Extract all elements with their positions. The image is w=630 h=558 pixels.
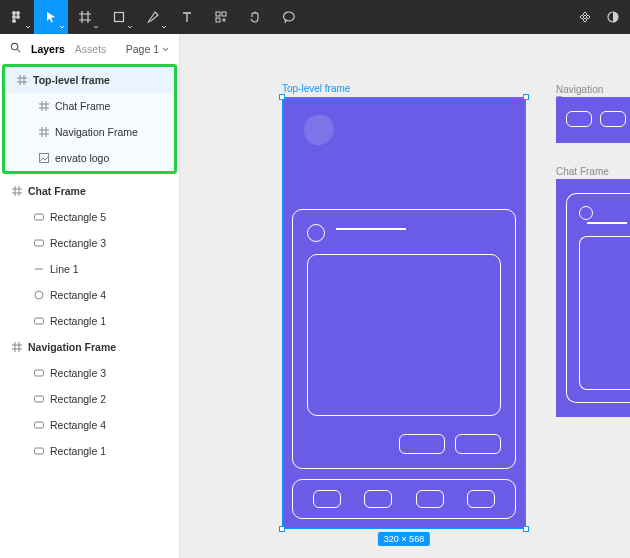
svg-rect-18 (35, 422, 44, 428)
pointer-icon (44, 10, 58, 24)
svg-rect-13 (35, 240, 44, 246)
layer-label: Rectangle 1 (50, 315, 106, 327)
button-rect (455, 434, 501, 454)
layer-row[interactable]: Line 1 (0, 256, 179, 282)
top-level-frame[interactable] (282, 97, 526, 529)
toolbar-left (0, 0, 306, 34)
frame-icon (39, 101, 49, 111)
avatar-circle (579, 206, 593, 220)
rect-icon (34, 420, 44, 430)
selection-handle[interactable] (279, 526, 285, 532)
figma-logo-icon (10, 10, 24, 24)
layer-row[interactable]: Rectangle 5 (0, 204, 179, 230)
layer-row[interactable]: Navigation Frame (5, 119, 174, 145)
page-selector[interactable]: Page 1 (126, 43, 169, 55)
navigation-frame-thumb[interactable] (556, 97, 630, 143)
layer-label: Chat Frame (55, 100, 110, 112)
layer-row[interactable]: Top-level frame (5, 67, 174, 93)
layer-label: Rectangle 3 (50, 237, 106, 249)
rect-icon (34, 212, 44, 222)
toolbar-right (578, 10, 620, 24)
svg-rect-17 (35, 396, 44, 402)
selection-handle[interactable] (523, 94, 529, 100)
selection-handle[interactable] (279, 94, 285, 100)
layer-row[interactable]: Rectangle 2 (0, 386, 179, 412)
chevron-down-icon (25, 24, 31, 30)
content-rect (307, 254, 501, 416)
text-tool[interactable] (170, 0, 204, 34)
hand-icon (248, 10, 262, 24)
chevron-down-icon (59, 24, 65, 30)
chat-frame (292, 209, 516, 469)
frame-icon (17, 75, 27, 85)
left-panel: Layers Assets Page 1 Top-level frame Cha… (0, 34, 180, 558)
button-rect (600, 111, 626, 127)
layer-row[interactable]: Rectangle 4 (0, 412, 179, 438)
shape-tool[interactable] (102, 0, 136, 34)
nav-button-rect (416, 490, 444, 508)
svg-rect-16 (35, 370, 44, 376)
layer-row[interactable]: Navigation Frame (0, 334, 179, 360)
rect-icon (34, 238, 44, 248)
hand-tool[interactable] (238, 0, 272, 34)
canvas[interactable]: Top-level frame 320 × 5 (180, 34, 630, 558)
card-buttons (399, 434, 501, 454)
grid-plus-icon (214, 10, 228, 24)
rect-icon (34, 446, 44, 456)
frame-title[interactable]: Chat Frame (556, 166, 609, 177)
layer-row[interactable]: Rectangle 3 (0, 360, 179, 386)
move-tool[interactable] (34, 0, 68, 34)
chevron-down-icon (127, 24, 133, 30)
chevron-down-icon (161, 24, 167, 30)
search-icon[interactable] (10, 42, 21, 56)
frame-icon (78, 10, 92, 24)
nav-button-rect (467, 490, 495, 508)
circle-icon (34, 290, 44, 300)
layer-row[interactable]: Chat Frame (5, 93, 174, 119)
layer-label: Rectangle 5 (50, 211, 106, 223)
frame-icon (12, 186, 22, 196)
nav-button-rect (313, 490, 341, 508)
layer-label: Line 1 (50, 263, 79, 275)
layer-label: Rectangle 4 (50, 419, 106, 431)
layer-row[interactable]: Rectangle 4 (0, 282, 179, 308)
main-area: Layers Assets Page 1 Top-level frame Cha… (0, 34, 630, 558)
resources-tool[interactable] (204, 0, 238, 34)
frame-icon (39, 127, 49, 137)
tab-layers[interactable]: Layers (31, 43, 65, 55)
main-menu-button[interactable] (0, 0, 34, 34)
text-icon (180, 10, 194, 24)
layer-row[interactable]: Rectangle 1 (0, 308, 179, 334)
svg-point-14 (35, 291, 43, 299)
diamond-grid-icon[interactable] (578, 10, 592, 24)
layer-label: Top-level frame (33, 74, 110, 86)
content-rect (579, 236, 630, 390)
line-icon (34, 264, 44, 274)
selection-handle[interactable] (523, 526, 529, 532)
tab-assets[interactable]: Assets (75, 43, 107, 55)
chat-frame-thumb[interactable] (556, 179, 630, 417)
pen-tool[interactable] (136, 0, 170, 34)
layer-row[interactable]: Rectangle 1 (0, 438, 179, 464)
image-icon (39, 153, 49, 163)
comment-tool[interactable] (272, 0, 306, 34)
panel-tabs: Layers Assets (10, 42, 106, 56)
chevron-down-icon (162, 43, 169, 55)
frame-title[interactable]: Top-level frame (282, 83, 350, 94)
text-line (587, 222, 627, 224)
half-circle-icon[interactable] (606, 10, 620, 24)
navigation-frame (292, 479, 516, 519)
layer-label: Rectangle 1 (50, 445, 106, 457)
avatar-circle (307, 224, 325, 242)
chevron-down-icon (93, 24, 99, 30)
svg-rect-1 (12, 15, 16, 19)
layer-row[interactable]: Chat Frame (0, 178, 179, 204)
svg-rect-0 (12, 11, 16, 15)
layer-row[interactable]: Rectangle 3 (0, 230, 179, 256)
svg-point-4 (16, 15, 20, 19)
layer-row[interactable]: envato logo (5, 145, 174, 171)
top-toolbar (0, 0, 630, 34)
frame-tool[interactable] (68, 0, 102, 34)
layer-label: envato logo (55, 152, 109, 164)
envato-logo-shape (302, 113, 337, 148)
